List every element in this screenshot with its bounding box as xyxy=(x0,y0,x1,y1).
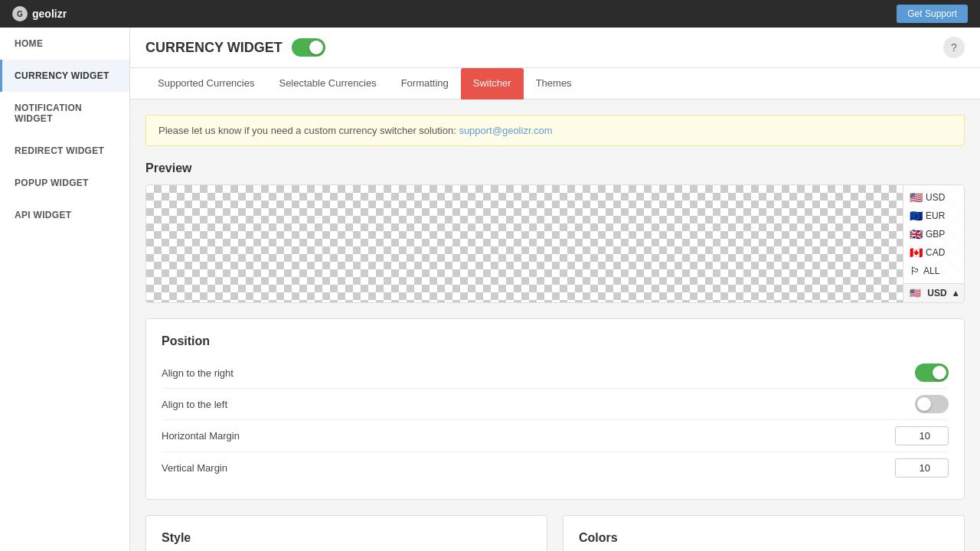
code-eur: EUR xyxy=(926,210,945,221)
logo: G geolizr xyxy=(12,6,67,21)
align-right-label: Align to the right xyxy=(162,367,234,379)
code-all: ALL xyxy=(923,266,939,276)
flag-eur: 🇪🇺 xyxy=(910,210,923,222)
page-toggle-slider[interactable] xyxy=(292,38,325,57)
currency-item-usd[interactable]: 🇺🇸 USD xyxy=(903,188,964,207)
preview-title: Preview xyxy=(145,161,965,175)
sidebar-item-notification-widget[interactable]: NOTIFICATION WIDGET xyxy=(0,92,129,135)
currency-item-cad[interactable]: 🇨🇦 CAD xyxy=(903,243,964,262)
position-section: Position Align to the right Align to the… xyxy=(145,318,965,500)
sidebar-item-redirect-widget[interactable]: REDIRECT WIDGET xyxy=(0,135,129,167)
currency-selected-display[interactable]: 🇺🇸 USD ▴ xyxy=(903,283,964,302)
align-right-toggle-slider[interactable] xyxy=(915,364,949,382)
style-section: Style Font: Arial, Helvetica, sans-serif… xyxy=(145,515,547,551)
banner-email[interactable]: support@geolizr.com xyxy=(459,125,552,136)
align-right-toggle[interactable] xyxy=(915,364,949,382)
sidebar-item-api-widget[interactable]: API WIDGET xyxy=(0,199,129,231)
support-button[interactable]: Get Support xyxy=(897,5,968,23)
currency-dropdown-overlay: 🇺🇸 USD 🇪🇺 EUR 🇬🇧 GBP 🇨🇦 xyxy=(903,185,964,302)
currency-item-all[interactable]: 🏳 ALL xyxy=(903,262,964,280)
code-usd: USD xyxy=(926,192,945,203)
help-icon[interactable]: ? xyxy=(943,37,965,58)
page-toggle[interactable] xyxy=(292,38,325,57)
currency-item-eur[interactable]: 🇪🇺 EUR xyxy=(903,207,964,225)
banner-text: Please let us know if you need a custom … xyxy=(158,125,456,136)
horizontal-margin-row: Horizontal Margin xyxy=(162,420,949,452)
style-title: Style xyxy=(162,531,531,545)
sidebar: HOME CURRENCY WIDGET NOTIFICATION WIDGET… xyxy=(0,28,130,551)
position-title: Position xyxy=(162,334,949,348)
page-header: CURRENCY WIDGET ? xyxy=(130,28,980,68)
tab-switcher[interactable]: Switcher xyxy=(461,68,524,99)
tabs: Supported Currencies Selectable Currenci… xyxy=(130,68,980,99)
sidebar-item-home[interactable]: HOME xyxy=(0,28,129,60)
align-left-toggle-slider[interactable] xyxy=(915,395,949,413)
tab-supported-currencies[interactable]: Supported Currencies xyxy=(145,68,266,99)
colors-title: Colors xyxy=(579,531,949,545)
content-area: Please let us know if you need a custom … xyxy=(130,99,980,551)
vertical-margin-input[interactable] xyxy=(895,458,949,478)
horizontal-margin-label: Horizontal Margin xyxy=(162,430,240,442)
code-gbp: GBP xyxy=(926,229,945,240)
tab-themes[interactable]: Themes xyxy=(524,68,584,99)
vertical-margin-label: Vertical Margin xyxy=(162,462,227,474)
flag-cad: 🇨🇦 xyxy=(910,246,923,259)
page-title: CURRENCY WIDGET xyxy=(145,40,283,56)
page-header-left: CURRENCY WIDGET xyxy=(145,38,325,57)
horizontal-margin-input[interactable] xyxy=(895,426,949,445)
flag-gbp: 🇬🇧 xyxy=(910,228,923,240)
dropdown-arrow: ▴ xyxy=(953,288,958,298)
selected-flag: 🇺🇸 xyxy=(910,288,921,298)
preview-box: 🇺🇸 USD 🇪🇺 EUR 🇬🇧 GBP 🇨🇦 xyxy=(145,184,965,303)
flag-all: 🏳 xyxy=(910,265,920,277)
app-layout: HOME CURRENCY WIDGET NOTIFICATION WIDGET… xyxy=(0,28,980,551)
colors-section: Colors Text: Background: xyxy=(563,515,965,551)
logo-text: geolizr xyxy=(32,8,67,20)
info-banner: Please let us know if you need a custom … xyxy=(145,115,965,146)
align-right-row: Align to the right xyxy=(162,357,949,389)
tab-selectable-currencies[interactable]: Selectable Currencies xyxy=(266,68,388,99)
vertical-margin-row: Vertical Margin xyxy=(162,452,949,484)
align-left-label: Align to the left xyxy=(162,399,227,410)
sidebar-item-currency-widget[interactable]: CURRENCY WIDGET xyxy=(0,60,129,92)
tab-formatting[interactable]: Formatting xyxy=(389,68,461,99)
main-content: CURRENCY WIDGET ? Supported Currencies S… xyxy=(130,28,980,551)
topbar: G geolizr Get Support xyxy=(0,0,980,28)
flag-usd: 🇺🇸 xyxy=(910,191,923,204)
sidebar-item-popup-widget[interactable]: POPUP WIDGET xyxy=(0,167,129,199)
bottom-grid: Style Font: Arial, Helvetica, sans-serif… xyxy=(145,515,965,551)
align-left-toggle[interactable] xyxy=(915,395,949,413)
logo-icon: G xyxy=(12,6,28,21)
selected-code: USD xyxy=(927,288,946,298)
currency-item-gbp[interactable]: 🇬🇧 GBP xyxy=(903,225,964,243)
align-left-row: Align to the left xyxy=(162,389,949,420)
code-cad: CAD xyxy=(926,247,945,258)
